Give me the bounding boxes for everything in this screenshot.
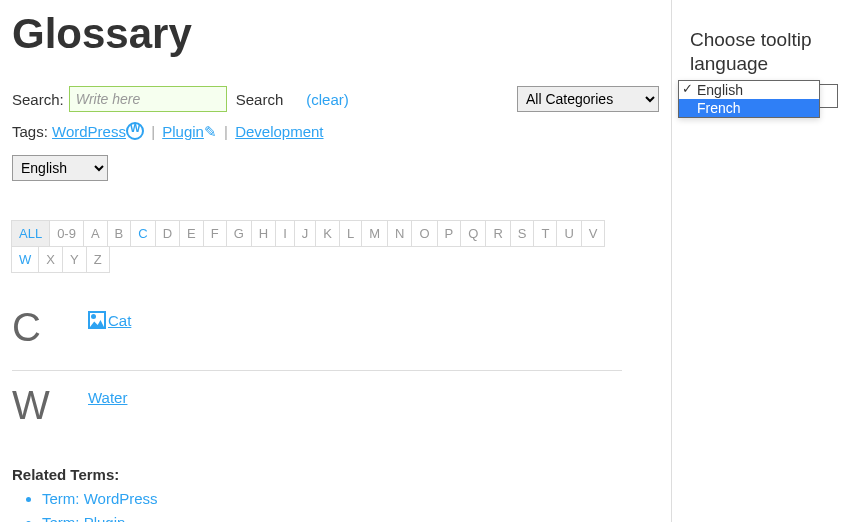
section-letter: W	[12, 383, 88, 428]
alpha-cell-t[interactable]: T	[533, 220, 557, 247]
alpha-cell-d[interactable]: D	[155, 220, 180, 247]
glossary-link[interactable]: Water	[88, 389, 127, 406]
search-button[interactable]: Search	[236, 91, 284, 108]
alpha-cell-k[interactable]: K	[315, 220, 340, 247]
dropdown-option-english[interactable]: English	[679, 81, 819, 99]
alpha-cell-w[interactable]: W	[11, 246, 39, 273]
alpha-cell-b[interactable]: B	[107, 220, 132, 247]
tags-row: Tags: WordPress | Plugin✎ | Development	[12, 122, 659, 141]
search-row: Search: Search (clear) All Categories	[12, 86, 659, 112]
alpha-cell-r[interactable]: R	[485, 220, 510, 247]
alpha-cell-o[interactable]: O	[411, 220, 437, 247]
clear-link[interactable]: (clear)	[306, 91, 349, 108]
glossary-item: Cat	[88, 311, 131, 329]
alpha-cell-q[interactable]: Q	[460, 220, 486, 247]
alpha-cell-p[interactable]: P	[437, 220, 462, 247]
alpha-cell-all[interactable]: ALL	[11, 220, 50, 247]
tooltip-language-dropdown: English French	[678, 80, 820, 118]
section-C: CCat	[12, 293, 622, 350]
glossary-link[interactable]: Cat	[108, 312, 131, 329]
alpha-cell-z[interactable]: Z	[86, 246, 110, 273]
alpha-cell-0-9[interactable]: 0-9	[49, 220, 84, 247]
alpha-cell-a[interactable]: A	[83, 220, 108, 247]
search-input[interactable]	[69, 86, 227, 112]
related-title: Related Terms:	[12, 466, 659, 483]
language-select[interactable]: English	[12, 155, 108, 181]
related-item[interactable]: Term: Plugin	[42, 511, 659, 522]
page-title: Glossary	[12, 10, 659, 58]
glossary-sections: CCatWWater	[12, 293, 622, 428]
alpha-cell-e[interactable]: E	[179, 220, 204, 247]
tags-label: Tags:	[12, 123, 48, 140]
alpha-cell-v[interactable]: V	[581, 220, 606, 247]
glossary-item: Water	[88, 389, 127, 406]
alpha-cell-l[interactable]: L	[339, 220, 362, 247]
search-label: Search:	[12, 91, 64, 108]
alpha-cell-y[interactable]: Y	[62, 246, 87, 273]
dropdown-option-french[interactable]: French	[679, 99, 819, 117]
alphabet-filter: ALL0-9ABCDEFGHIJKLMNOPQRSTUVWXYZ	[12, 221, 622, 273]
alpha-cell-x[interactable]: X	[38, 246, 63, 273]
alpha-cell-m[interactable]: M	[361, 220, 388, 247]
image-icon	[88, 311, 106, 329]
related-item[interactable]: Term: WordPress	[42, 487, 659, 511]
alpha-cell-f[interactable]: F	[203, 220, 227, 247]
tag-plugin[interactable]: Plugin	[162, 123, 204, 140]
section-letter: C	[12, 305, 88, 350]
related-terms: Related Terms: Term: WordPress Term: Plu…	[12, 466, 659, 522]
alpha-cell-g[interactable]: G	[226, 220, 252, 247]
alpha-cell-s[interactable]: S	[510, 220, 535, 247]
alpha-cell-j[interactable]: J	[294, 220, 317, 247]
tag-separator: |	[224, 123, 228, 140]
alpha-cell-i[interactable]: I	[275, 220, 295, 247]
tag-separator: |	[151, 123, 155, 140]
category-select[interactable]: All Categories	[517, 86, 659, 112]
related-list: Term: WordPress Term: Plugin	[12, 487, 659, 522]
main-content: Glossary Search: Search (clear) All Cate…	[0, 0, 672, 522]
alpha-cell-u[interactable]: U	[556, 220, 581, 247]
tag-development[interactable]: Development	[235, 123, 323, 140]
section-W: WWater	[12, 370, 622, 428]
sidebar-title: Choose tooltip language	[690, 28, 850, 76]
edit-icon: ✎	[204, 123, 217, 141]
alpha-cell-c[interactable]: C	[130, 220, 155, 247]
section-items: Water	[88, 383, 127, 406]
alpha-cell-h[interactable]: H	[251, 220, 276, 247]
tag-wordpress[interactable]: WordPress	[52, 123, 126, 140]
section-items: Cat	[88, 305, 131, 332]
wordpress-icon	[126, 122, 144, 140]
alpha-cell-n[interactable]: N	[387, 220, 412, 247]
sidebar: Choose tooltip language English French	[672, 0, 862, 522]
